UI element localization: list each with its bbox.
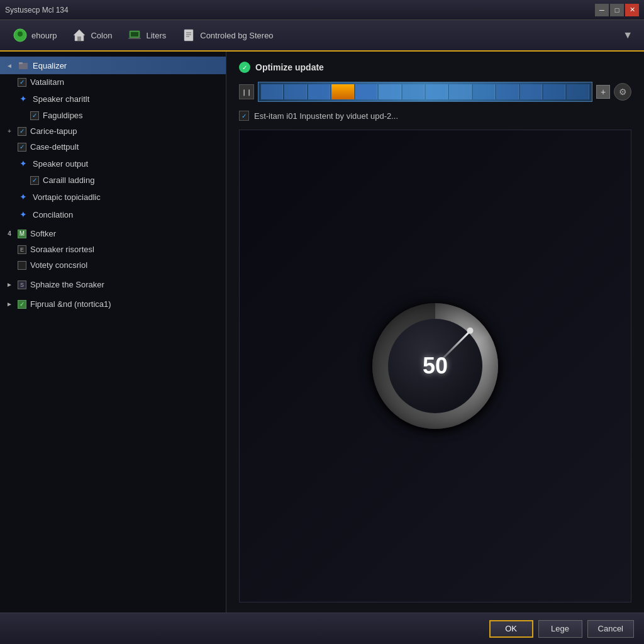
toolbar: ehourp Colon Liters	[0, 20, 644, 52]
tree-item-carice-tapup[interactable]: + ✓ Carice-tapup	[0, 123, 226, 139]
eq-seg-7	[426, 84, 448, 99]
eq-seg-3-highlight	[331, 84, 353, 99]
toolbar-item-liters[interactable]: Liters	[121, 25, 172, 45]
ok-button[interactable]: OK	[489, 620, 533, 638]
laptop-icon	[127, 28, 142, 43]
eq-seg-8	[449, 84, 471, 99]
eq-bar-area[interactable]	[258, 82, 592, 102]
tree-label-soraaker: Soraaker risortesl	[30, 245, 94, 254]
svg-rect-12	[19, 62, 23, 64]
tree-item-concilation[interactable]: ✦ Concilation	[0, 206, 226, 223]
eq-seg-13	[567, 84, 589, 99]
checkbox-fiprual[interactable]: ✓	[18, 300, 26, 309]
eq-plus-button[interactable]: +	[596, 85, 610, 99]
toolbar-item-controlled[interactable]: Controled bg Stereo	[175, 25, 279, 45]
main-content: ◄ Equalizer ✓ Vatalitarn ✦ Speaker chari…	[0, 52, 644, 613]
document-icon	[181, 28, 196, 43]
tree-label-case-dettpult: Case-dettpult	[30, 142, 79, 152]
cross-icon-concilation: ✦	[18, 209, 29, 220]
toolbar-label-controlled: Controled bg Stereo	[200, 31, 273, 40]
tree-item-faguldipes[interactable]: ✓ Faguldipes	[0, 108, 226, 123]
tree-item-equalizer[interactable]: ◄ Equalizer	[0, 57, 226, 74]
tree-item-sphaize[interactable]: ► S Sphaize the Soraker	[0, 277, 226, 292]
info-checkbox[interactable]: ✓	[239, 111, 249, 121]
tree-item-case-dettpult[interactable]: ✓ Case-dettpult	[0, 139, 226, 155]
eq-seg-9	[473, 84, 495, 99]
tree-item-softker[interactable]: 4 M Softker	[0, 226, 226, 242]
eq-seg-6	[402, 84, 425, 99]
folder-icon	[18, 60, 29, 71]
eq-container: ❙❙ + ⚙	[239, 82, 631, 102]
tree-label-softker: Softker	[30, 229, 56, 238]
tree-item-speaker-output[interactable]: ✦ Speaker output	[0, 155, 226, 172]
tree-label-carice-tapup: Carice-tapup	[30, 126, 77, 136]
eq-seg-12	[543, 84, 565, 99]
tree-label-votety: Votety concsriol	[30, 260, 87, 270]
bottom-bar: OK Lege Cancel	[0, 613, 644, 644]
toolbar-label-ehourp: ehourp	[31, 31, 57, 40]
tree-expander-softker: 4	[5, 230, 14, 238]
tree-label-vortapic: Vortapic topiciadlic	[33, 192, 101, 202]
tree-label-sphaize: Sphaize the Soraker	[30, 280, 104, 289]
tree-item-speaker-charitlt[interactable]: ✦ Speaker charitlt	[0, 90, 226, 108]
optimize-row: ✓ Optimize update	[239, 62, 631, 73]
tree-expander-fiprual: ►	[5, 300, 14, 309]
window-controls: ─ □ ✕	[595, 4, 639, 16]
svg-rect-6	[128, 38, 141, 39]
checkbox-case[interactable]: ✓	[18, 143, 26, 152]
info-text: Est-itam i01 Inpustent by viduet upd-2..…	[254, 111, 398, 121]
checkbox-caraill[interactable]: ✓	[30, 176, 39, 185]
checkbox-carice[interactable]: ✓	[18, 127, 26, 136]
right-panel: ✓ Optimize update ❙❙ + ⚙	[226, 52, 644, 613]
optimize-label: Optimize update	[255, 62, 324, 72]
eq-seg-0	[261, 84, 283, 99]
checkbox-softker[interactable]: M	[18, 230, 26, 238]
eq-seg-11	[520, 84, 542, 99]
toolbar-item-colon[interactable]: Colon	[65, 25, 118, 45]
svg-rect-3	[77, 36, 81, 41]
tree-label-caraill-ladding: Caraill ladding	[43, 175, 94, 185]
checkbox-vatalitarn[interactable]: ✓	[18, 78, 26, 87]
cross-icon-vortapic: ✦	[18, 191, 29, 203]
tree-item-soraaker[interactable]: E Soraaker risortesl	[0, 242, 226, 257]
window-title: Systusecp Mcl 134	[5, 6, 69, 14]
eq-settings-button[interactable]: ⚙	[614, 83, 631, 101]
tree-item-fiprual[interactable]: ► ✓ Fiprual &nd (ntortica1)	[0, 296, 226, 312]
svg-rect-5	[131, 32, 138, 36]
toolbar-dropdown[interactable]: ▼	[618, 27, 638, 43]
eq-seg-5	[379, 84, 401, 99]
tree-item-vortapic[interactable]: ✦ Vortapic topiciadlic	[0, 188, 226, 206]
toolbar-label-liters: Liters	[146, 31, 166, 40]
svg-point-1	[18, 31, 23, 36]
tree-expander-equalizer: ◄	[5, 61, 14, 70]
cross-icon-speaker-output: ✦	[18, 158, 29, 169]
close-button[interactable]: ✕	[625, 4, 639, 16]
toolbar-item-ehourp[interactable]: ehourp	[6, 25, 63, 45]
eq-seg-4	[355, 84, 377, 99]
checkbox-soraaker[interactable]: E	[18, 245, 26, 254]
checkbox-votety[interactable]	[18, 261, 26, 270]
tree-label-equalizer: Equalizer	[33, 61, 67, 70]
home-icon	[72, 28, 87, 43]
tree-item-caraill-ladding[interactable]: ✓ Caraill ladding	[0, 172, 226, 188]
tree-label-fiprual: Fiprual &nd (ntortica1)	[30, 299, 111, 309]
eq-toggle-icon[interactable]: ❙❙	[239, 84, 254, 99]
cancel-button[interactable]: Cancel	[587, 620, 634, 638]
left-panel-tree: ◄ Equalizer ✓ Vatalitarn ✦ Speaker chari…	[0, 52, 226, 613]
check-circle-icon: ✓	[239, 62, 250, 73]
minimize-button[interactable]: ─	[595, 4, 609, 16]
tree-label-speaker-output: Speaker output	[33, 159, 88, 169]
gauge-area: 50	[239, 130, 631, 602]
lege-button[interactable]: Lege	[538, 620, 582, 638]
tree-item-votety[interactable]: Votety concsriol	[0, 257, 226, 273]
tree-item-vatalitarn[interactable]: ✓ Vatalitarn	[0, 74, 226, 90]
checkbox-faguldipes[interactable]: ✓	[30, 111, 39, 120]
svg-rect-7	[184, 30, 193, 41]
tree-expander-carice: +	[5, 127, 14, 136]
eq-seg-2	[308, 84, 330, 99]
maximize-button[interactable]: □	[610, 4, 624, 16]
tree-label-vatalitarn: Vatalitarn	[30, 77, 64, 87]
tree-label-speaker-charitlt: Speaker charitlt	[33, 94, 89, 104]
eq-seg-1	[284, 84, 306, 99]
checkbox-sphaize[interactable]: S	[18, 280, 26, 289]
